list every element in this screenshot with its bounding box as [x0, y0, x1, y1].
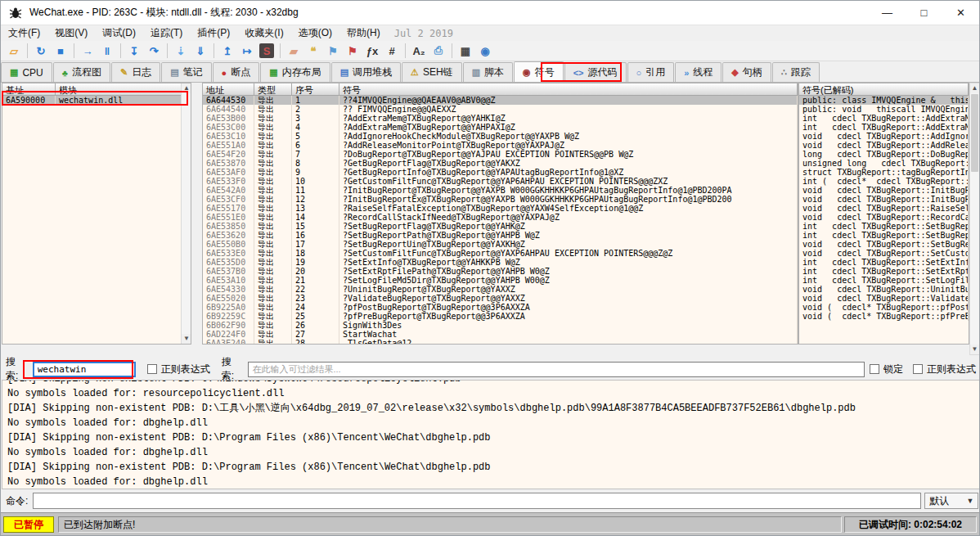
trace-record-icon[interactable]: #: [383, 43, 401, 59]
symbol-row[interactable]: 6A644530导出1??4IMVQQEngine@@QAEAAV0@ABV0@…: [203, 96, 798, 105]
tab-线程[interactable]: »线程: [675, 62, 722, 82]
undecorated-row[interactable]: void __cdecl TXBugReport::SetBugRepo: [799, 240, 969, 249]
undecorated-row[interactable]: int __cdecl TXBugReport::SetExtInfo(: [799, 258, 969, 267]
undecorated-row[interactable]: void __cdecl TXBugReport::UninitBugR: [799, 285, 969, 294]
scroll-up-icon[interactable]: ▲: [182, 83, 191, 93]
stop-icon[interactable]: ■: [52, 43, 70, 59]
symbol-row[interactable]: 6AE53CF0导出12?InitBugReportEx@TXBugReport…: [203, 195, 798, 204]
menu-item-1[interactable]: 文件(F): [1, 25, 47, 41]
modules-vscrollbar[interactable]: ▲ ▼: [181, 83, 191, 344]
undecorated-row[interactable]: public: void __thiscall IMVQQEngine: [799, 105, 969, 114]
symbols-column-header[interactable]: 类型: [254, 83, 292, 95]
symbol-row[interactable]: 6AE53850导出15?SetBugReportFlag@TXBugRepor…: [203, 222, 798, 231]
checkbox-icon[interactable]: [870, 364, 879, 374]
device-icon[interactable]: ⎙: [429, 43, 447, 59]
filter-input[interactable]: [248, 362, 865, 377]
checkbox-icon[interactable]: [913, 364, 923, 374]
scroll-thumb[interactable]: [971, 94, 978, 172]
undecorated-row[interactable]: void __cdecl TXBugReport::SetCustomF: [799, 249, 969, 258]
symbol-row[interactable]: 6AE54F20导出7?DoBugReport@TXBugReport@@YAJ…: [203, 150, 798, 159]
symbol-row[interactable]: 6AE53AF0导出9?GetBugReportInfo@TXBugReport…: [203, 168, 798, 177]
undecorated-row[interactable]: void __cdecl TXBugReport::ValidateBu: [799, 294, 969, 303]
tab-SEH链[interactable]: ⚠SEH链: [402, 62, 462, 82]
modules-column-header[interactable]: 基址: [2, 83, 56, 95]
run-to-user-code-icon[interactable]: ↦: [238, 43, 256, 59]
tab-引用[interactable]: ○引用: [627, 62, 675, 82]
symbol-row[interactable]: 6AE53B00导出3?AddExtraMem@TXBugReport@@YAH…: [203, 114, 798, 123]
tab-日志[interactable]: ✎日志: [111, 62, 160, 82]
symbol-row[interactable]: 6AE53C10导出5?AddIgnoreHookCheckModule@TXB…: [203, 132, 798, 141]
module-search-input[interactable]: [33, 362, 136, 377]
undecorated-row[interactable]: int (__cdecl*__cdecl TXBugReport::Ge: [799, 177, 969, 186]
symbol-row[interactable]: 6AE535D0导出19?SetExtInfo@TXBugReport@@YAH…: [203, 258, 798, 267]
regex-checkbox-modules[interactable]: 正则表达式: [147, 363, 210, 376]
symbol-row[interactable]: 6B062F90导出26SignWith3Des: [203, 321, 798, 330]
undecorated-row[interactable]: void __cdecl TXBugReport::AddIgnoreH: [799, 132, 969, 141]
menu-item-2[interactable]: 视图(V): [47, 25, 95, 41]
symbol-row[interactable]: 6AE537B0导出20?SetExtRptFilePath@TXBugRepo…: [203, 267, 798, 276]
undecorated-row[interactable]: struct TXBugReport::tagBugReportInfo: [799, 168, 969, 177]
maximize-button[interactable]: □: [906, 1, 942, 25]
minimize-button[interactable]: —: [869, 1, 906, 25]
module-row[interactable]: 6A590000wechatwin.dll: [2, 96, 191, 105]
skip-icon[interactable]: S: [259, 43, 274, 58]
checkbox-icon[interactable]: [147, 364, 157, 374]
undecorated-row[interactable]: int __cdecl TXBugReport::AddExtraMem: [799, 114, 969, 123]
symbols-column-header[interactable]: 序号: [292, 83, 339, 95]
bookmark-icon[interactable]: ⚑: [344, 43, 362, 59]
label-icon[interactable]: ⚑: [324, 43, 342, 59]
step-into-icon[interactable]: ↧: [125, 43, 143, 59]
tab-CPU[interactable]: ▦CPU: [1, 62, 52, 82]
step-out-icon[interactable]: ↥: [218, 43, 236, 59]
run-icon[interactable]: →: [79, 43, 97, 59]
tab-调用堆栈[interactable]: ▤调用堆栈: [331, 62, 401, 82]
patch-icon[interactable]: ▰: [285, 43, 303, 59]
tab-流程图[interactable]: ♣流程图: [53, 62, 110, 82]
tab-内存布局[interactable]: ▦内存布局: [260, 62, 330, 82]
tab-源代码[interactable]: <>源代码: [564, 62, 627, 82]
tab-笔记[interactable]: ▤笔记: [161, 62, 211, 82]
regex-checkbox-filter[interactable]: 正则表达式: [913, 363, 976, 376]
symbol-row[interactable]: 6B92259C导出25?pfPreBugReport@TXBugReport@…: [203, 312, 798, 321]
undecorated-row[interactable]: public: class IMVQQEngine & __thisca: [799, 96, 969, 105]
undecorated-row[interactable]: long __cdecl TXBugReport::DoBugRepor: [799, 150, 969, 159]
animate-over-icon[interactable]: ⇓: [191, 43, 209, 59]
undecorated-row[interactable]: void __cdecl TXBugReport::AddRelease: [799, 141, 969, 150]
close-button[interactable]: ✕: [942, 1, 979, 25]
menu-item-5[interactable]: 插件(P): [190, 25, 237, 41]
tab-跟踪[interactable]: ∴跟踪: [772, 62, 820, 82]
menu-item-4[interactable]: 追踪(T): [143, 25, 190, 41]
log-output[interactable]: [DIA] Skipping non-existent PDB: C:\Wind…: [2, 380, 980, 489]
symbol-row[interactable]: 6AE54330导出22?UninitBugReport@TXBugReport…: [203, 285, 798, 294]
undecorated-row[interactable]: int __cdecl TXBugReport::SetExtRptFi: [799, 267, 969, 276]
menu-item-7[interactable]: 选项(O): [291, 25, 339, 41]
symbols-column-header[interactable]: 符号: [339, 83, 798, 95]
undecorated-row[interactable]: unsigned long __cdecl TXBugReport::G: [799, 159, 969, 168]
undecorated-row[interactable]: int __cdecl TXBugReport::SetLogFileM: [799, 276, 969, 285]
symbol-row[interactable]: 6AE55170导出13?RaiseSelfFatalException@TXB…: [203, 204, 798, 213]
symbol-row[interactable]: 6AE533E0导出18?SetCustomFiltFunc@TXBugRepo…: [203, 249, 798, 258]
calculator-icon[interactable]: ▦: [456, 43, 474, 59]
symbol-row[interactable]: 6AE53620导出16?SetBugReportPath@TXBugRepor…: [203, 231, 798, 240]
symbol-row[interactable]: 6AA3E240导出28_TlsGetData@12: [203, 339, 798, 345]
symbol-row[interactable]: 6AE53A10导出21?SetLogFileMd5Dir@TXBugRepor…: [203, 276, 798, 285]
undecorated-row[interactable]: void (__cdecl* TXBugReport::pfPostBu: [799, 303, 969, 312]
symbol-row[interactable]: 6B9225A0导出24?pfPostBugReport@TXBugReport…: [203, 303, 798, 312]
symbol-row[interactable]: 6AE53870导出8?GetBugReportFlag@TXBugReport…: [203, 159, 798, 168]
globe-icon[interactable]: ◉: [476, 43, 494, 59]
menu-item-8[interactable]: 帮助(H): [339, 25, 388, 41]
undecorated-row[interactable]: void (__cdecl* TXBugReport::pfPreBug: [799, 312, 969, 321]
undecorated-row[interactable]: int __cdecl TXBugReport::SetBugRepor: [799, 231, 969, 240]
undecorated-row[interactable]: void __cdecl TXBugReport::RaiseSelfF: [799, 204, 969, 213]
modules-column-header[interactable]: 模块: [56, 83, 191, 95]
tab-脚本[interactable]: ▥脚本: [463, 62, 513, 82]
scroll-down-icon[interactable]: ▼: [182, 334, 191, 344]
step-over-icon[interactable]: ↷: [145, 43, 163, 59]
tab-断点[interactable]: ●断点: [213, 62, 260, 82]
symbol-row[interactable]: 6AE551A0导出6?AddReleaseMonitorPoint@TXBug…: [203, 141, 798, 150]
undecorated-row[interactable]: void __cdecl TXBugReport::InitBugRep: [799, 195, 969, 204]
undecorated-row[interactable]: void __cdecl TXBugReport::InitBugRep: [799, 186, 969, 195]
case-icon[interactable]: A₂: [410, 43, 428, 59]
profile-dropdown[interactable]: 默认 ▼: [924, 493, 978, 509]
comment-icon[interactable]: ❝: [304, 43, 322, 59]
